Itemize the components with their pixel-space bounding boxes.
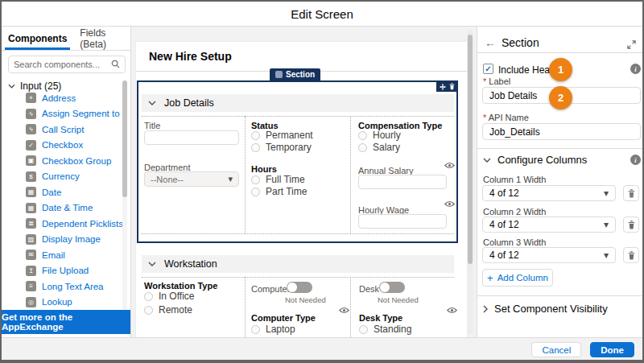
hourly-wage-input[interactable] <box>358 214 447 229</box>
appexchange-banner[interactable]: Get more on the AppExchange <box>2 310 130 334</box>
upload-icon: ↥ <box>26 266 36 276</box>
workstation-section-header[interactable]: Workstation <box>142 255 454 273</box>
computer-toggle[interactable] <box>287 282 312 293</box>
radio-laptop[interactable]: Laptop <box>251 324 295 335</box>
search-components-box[interactable] <box>8 56 126 73</box>
radio-in-office[interactable]: In Office <box>144 291 194 302</box>
cancel-button[interactable]: Cancel <box>531 342 581 357</box>
workstation-type-label: Workstation Type <box>144 281 217 291</box>
component-item-checkbox-group[interactable]: ▣Checkbox Group <box>2 153 122 169</box>
assign-segment-icon: ϟ <box>26 109 36 119</box>
radio-temporary[interactable]: Temporary <box>251 142 312 153</box>
chevron-down-icon <box>148 262 156 266</box>
section-icon <box>275 71 283 78</box>
image-icon: ▨ <box>26 234 36 245</box>
component-item-dependent-picklists[interactable]: ≣Dependent Picklists <box>2 216 122 232</box>
column-3-width-select[interactable]: 4 of 12▾ <box>482 247 616 263</box>
divider <box>142 277 454 278</box>
info-icon[interactable]: i <box>630 64 641 74</box>
delete-column-1-button[interactable] <box>623 185 639 201</box>
expand-icon[interactable] <box>627 38 636 52</box>
component-item-currency[interactable]: $Currency <box>2 169 122 185</box>
info-icon[interactable]: i <box>630 155 641 165</box>
component-item-assign-segment[interactable]: ϟAssign Segment to Promo... <box>2 106 122 122</box>
tab-components[interactable]: Components <box>2 27 73 50</box>
tab-fields-beta[interactable]: Fields (Beta) <box>73 27 130 50</box>
textarea-icon: ≡ <box>26 281 36 291</box>
api-name-field-input[interactable] <box>482 123 641 140</box>
component-item-email[interactable]: ✉Email <box>2 247 122 263</box>
section-properties-panel: ← Section ✓ Include Header i 1 Label 2 A… <box>477 27 644 337</box>
component-item-address[interactable]: ⌖Address <box>2 90 122 106</box>
radio-permanent[interactable]: Permanent <box>251 130 313 141</box>
component-item-checkbox[interactable]: ✓Checkbox <box>2 138 122 154</box>
column-divider <box>245 116 246 233</box>
component-item-lookup[interactable]: ◎Lookup <box>2 295 122 311</box>
visibility-eye-icon[interactable] <box>444 196 455 211</box>
email-icon: ✉ <box>26 250 36 260</box>
configure-columns-header[interactable]: Configure Columns <box>483 154 587 166</box>
visibility-eye-icon[interactable] <box>444 158 455 172</box>
canvas-scrollbar-thumb[interactable] <box>468 35 473 264</box>
canvas-scrollbar[interactable] <box>467 30 473 334</box>
properties-panel-title: Section <box>502 36 539 49</box>
column-2-width-select[interactable]: 4 of 12▾ <box>482 217 616 233</box>
component-item-display-image[interactable]: ▨Display Image <box>2 232 122 248</box>
components-scrollbar-thumb[interactable] <box>122 80 127 197</box>
visibility-eye-icon[interactable] <box>447 303 457 317</box>
computer-toggle-state: Not Needed <box>285 295 326 304</box>
chevron-down-icon: ▾ <box>228 174 233 184</box>
visibility-eye-icon[interactable] <box>339 303 349 317</box>
chevron-right-icon <box>483 305 488 313</box>
modal-header: Edit Screen <box>2 2 642 27</box>
done-button[interactable]: Done <box>590 342 634 357</box>
annotation-badge-1: 1 <box>549 58 572 81</box>
radio-salary[interactable]: Salary <box>358 142 400 153</box>
component-item-call-script[interactable]: ϟCall Script <box>2 122 122 138</box>
include-header-checkbox[interactable]: ✓ <box>483 64 493 74</box>
component-list: ⌖Address ϟAssign Segment to Promo... ϟCa… <box>2 90 122 311</box>
divider <box>142 233 454 234</box>
back-arrow-icon[interactable]: ← <box>485 36 496 49</box>
radio-remote[interactable]: Remote <box>144 304 192 316</box>
radio-full-time[interactable]: Full Time <box>251 174 305 185</box>
set-component-visibility-header[interactable]: Set Component Visibility <box>483 303 608 315</box>
job-details-section-header[interactable]: Job Details <box>142 94 454 112</box>
search-input[interactable] <box>14 60 111 69</box>
radio-part-time[interactable]: Part Time <box>251 186 307 197</box>
radio-icon <box>251 175 260 184</box>
radio-hourly[interactable]: Hourly <box>358 130 401 141</box>
radio-standing[interactable]: Standing <box>359 324 411 335</box>
divider <box>142 116 454 117</box>
delete-column-2-button[interactable] <box>623 217 639 233</box>
divider <box>477 148 644 149</box>
components-scrollbar[interactable] <box>122 80 127 311</box>
divider <box>477 295 644 296</box>
component-item-date[interactable]: ▦Date <box>2 184 122 200</box>
trash-icon[interactable] <box>449 79 455 93</box>
screen-preview-card: New Hire Setup Section Job Details Title <box>136 42 467 337</box>
radio-icon <box>358 131 367 140</box>
department-select[interactable]: --None-- ▾ <box>144 171 239 187</box>
section-actions <box>436 80 458 92</box>
desk-toggle[interactable] <box>379 282 405 293</box>
modal-footer: Cancel Done <box>2 337 642 361</box>
component-item-long-text-area[interactable]: ≡Long Text Area <box>2 278 122 295</box>
annual-salary-input[interactable] <box>358 175 447 189</box>
date-icon: ▦ <box>26 187 36 197</box>
title-field-input[interactable] <box>144 130 239 145</box>
component-item-file-upload[interactable]: ↥File Upload <box>2 263 122 279</box>
desk-toggle-label: Desk <box>359 284 379 294</box>
component-item-datetime[interactable]: ▦Date & Time <box>2 200 122 217</box>
move-icon[interactable] <box>440 79 446 93</box>
column-divider <box>350 116 351 233</box>
column-2-width-label: Column 2 Width <box>483 207 546 217</box>
api-name-field-label: API Name <box>483 113 529 122</box>
selected-section-tab[interactable]: Section <box>270 68 320 81</box>
delete-column-3-button[interactable] <box>623 247 639 263</box>
add-column-button[interactable]: + Add Column <box>482 269 553 287</box>
search-icon <box>111 57 120 72</box>
column-1-width-select[interactable]: 4 of 12▾ <box>482 185 616 201</box>
hours-field-label: Hours <box>251 164 277 174</box>
modal-title: Edit Screen <box>291 7 353 21</box>
